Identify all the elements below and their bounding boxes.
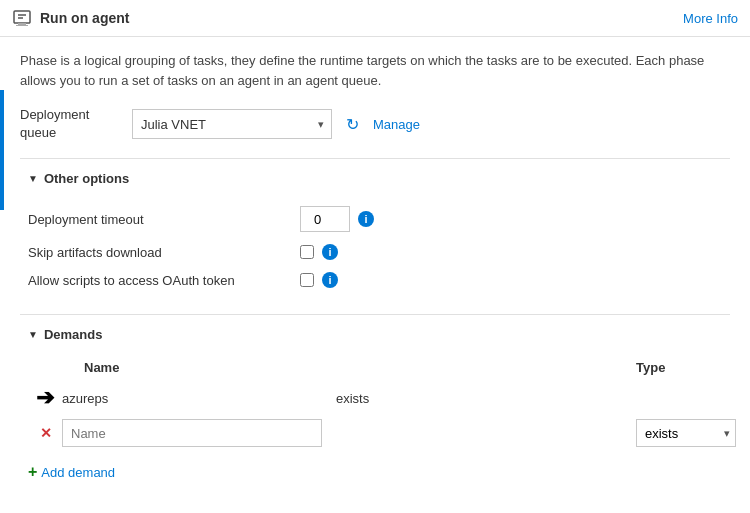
demands-section: ▼ Demands Name Type Value: [20, 327, 730, 485]
demand-type-select-wrapper: exists equals: [636, 419, 736, 447]
demands-table-header-row: Name Type Value: [28, 356, 750, 381]
delete-demand-button[interactable]: ✕: [36, 425, 56, 441]
deployment-queue-container: Julia VNET: [132, 109, 332, 139]
existing-demand-name-cell: ➔ azureps: [28, 381, 328, 415]
deployment-queue-row: Deployment queue Julia VNET ↻ Manage: [20, 106, 730, 142]
demand-type-select[interactable]: exists equals: [636, 419, 736, 447]
svg-rect-0: [14, 11, 30, 23]
existing-demand-type-cell: exists: [328, 387, 478, 410]
other-options-section: ▼ Other options Deployment timeout i Ski…: [20, 171, 730, 294]
header-bar: Run on agent More Info: [0, 0, 750, 37]
skip-artifacts-checkbox[interactable]: [300, 245, 314, 259]
oauth-token-checkbox[interactable]: [300, 273, 314, 287]
deployment-timeout-row: Deployment timeout i: [28, 200, 730, 238]
deployment-queue-select[interactable]: Julia VNET: [132, 109, 332, 139]
oauth-token-value: i: [300, 272, 338, 288]
arrow-indicator: ➔: [36, 385, 54, 411]
edit-demand-name-cell: ✕: [28, 415, 628, 451]
oauth-token-label: Allow scripts to access OAuth token: [28, 273, 288, 288]
existing-demand-row: ➔ azureps exists: [28, 381, 628, 415]
collapse-triangle-options[interactable]: ▼: [28, 173, 38, 184]
oauth-token-row: Allow scripts to access OAuth token i: [28, 266, 730, 294]
edit-demand-value-cell: [744, 415, 750, 451]
add-plus-icon: +: [28, 463, 37, 481]
skip-artifacts-label: Skip artifacts download: [28, 245, 288, 260]
deployment-timeout-value: i: [300, 206, 374, 232]
existing-demand-value-cell: [478, 394, 628, 402]
content-area: Phase is a logical grouping of tasks, th…: [0, 37, 750, 499]
add-demand-button[interactable]: + Add demand: [28, 459, 115, 485]
skip-artifacts-row: Skip artifacts download i: [28, 238, 730, 266]
edit-demand-row: ✕ exists equals: [28, 415, 750, 451]
panel-title: Run on agent: [12, 8, 129, 28]
section-divider-1: [20, 158, 730, 159]
col-header-value: Value: [744, 356, 750, 381]
run-on-agent-icon: [12, 8, 32, 28]
svg-rect-1: [18, 23, 26, 25]
manage-link[interactable]: Manage: [373, 117, 420, 132]
deployment-timeout-input[interactable]: [300, 206, 350, 232]
demands-header: ▼ Demands: [28, 327, 730, 342]
dropdown-wrapper: Julia VNET ↻ Manage: [132, 109, 420, 139]
skip-artifacts-info-icon[interactable]: i: [322, 244, 338, 260]
more-info-link[interactable]: More Info: [683, 11, 738, 26]
deployment-queue-label: Deployment queue: [20, 106, 120, 142]
section-divider-2: [20, 314, 730, 315]
description-text: Phase is a logical grouping of tasks, th…: [20, 51, 730, 90]
col-header-type: Type: [628, 356, 744, 381]
demand-name-input[interactable]: [62, 419, 322, 447]
col-header-name: Name: [28, 356, 628, 381]
svg-rect-2: [16, 25, 28, 26]
deployment-timeout-label: Deployment timeout: [28, 212, 288, 227]
deployment-timeout-info-icon[interactable]: i: [358, 211, 374, 227]
edit-demand-type-cell: exists equals: [628, 415, 744, 451]
refresh-button[interactable]: ↻: [340, 113, 365, 136]
other-options-header: ▼ Other options: [28, 171, 730, 186]
skip-artifacts-value: i: [300, 244, 338, 260]
collapse-triangle-demands[interactable]: ▼: [28, 329, 38, 340]
demands-table: Name Type Value ➔ azureps: [28, 356, 750, 451]
oauth-token-info-icon[interactable]: i: [322, 272, 338, 288]
